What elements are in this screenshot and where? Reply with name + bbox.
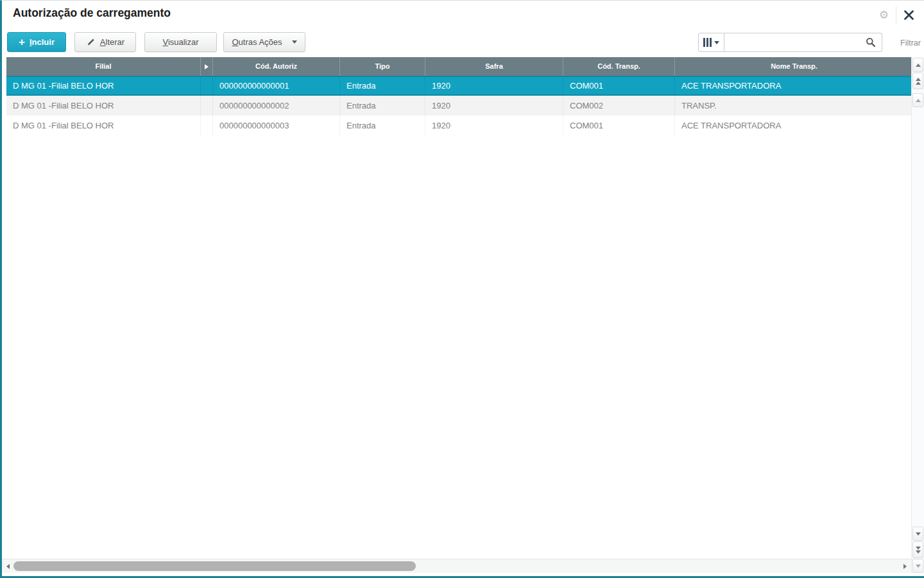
- caret-down-icon: [292, 40, 297, 44]
- scroll-left-button[interactable]: [3, 561, 12, 571]
- scroll-up-button[interactable]: [912, 58, 923, 72]
- column-header-pointer[interactable]: [201, 57, 213, 76]
- outras-acoes-label: Outras Ações: [232, 37, 282, 47]
- grid-body: D MG 01 -Filial BELO HOR000000000000001E…: [6, 76, 913, 136]
- cell-pointer: [201, 116, 213, 136]
- row-pointer-icon: [205, 64, 209, 69]
- horizontal-scroll-thumb[interactable]: [13, 561, 416, 571]
- cell-nome-transp: ACE TRANSPORTADORA: [675, 76, 913, 96]
- cell-filial: D MG 01 -Filial BELO HOR: [6, 76, 201, 96]
- cell-pointer: [201, 76, 213, 96]
- alterar-label: Alterar: [100, 37, 124, 47]
- outras-acoes-button[interactable]: Outras Ações: [223, 32, 305, 52]
- search-box: [724, 33, 882, 52]
- scroll-right-button[interactable]: [900, 561, 909, 571]
- table-row[interactable]: D MG 01 -Filial BELO HOR000000000000001E…: [6, 76, 913, 96]
- cell-cod-autoriz: 000000000000003: [213, 116, 340, 136]
- titlebar-actions: ⚙: [872, 6, 921, 24]
- column-header-nome-transp[interactable]: Nome Transp.: [675, 57, 913, 76]
- right-arrow-icon: [903, 564, 907, 569]
- plus-icon: +: [19, 37, 25, 48]
- table-row[interactable]: D MG 01 -Filial BELO HOR000000000000002E…: [6, 96, 913, 116]
- cell-filial: D MG 01 -Filial BELO HOR: [6, 96, 201, 116]
- filter-link[interactable]: Filtrar: [900, 39, 921, 48]
- cell-cod-transp: COM002: [563, 96, 675, 116]
- grid-header: FilialCód. AutorizTipoSafraCód. Transp.N…: [6, 57, 913, 76]
- column-bars-icon: [703, 38, 712, 47]
- cell-pointer: [201, 96, 213, 116]
- cell-cod-transp: COM001: [563, 76, 675, 96]
- loading-authorization-window: Autorização de carregamento ⚙ + Incluir …: [0, 0, 924, 578]
- cell-cod-transp: COM001: [563, 116, 675, 136]
- column-header-safra[interactable]: Safra: [425, 57, 563, 76]
- cell-safra: 1920: [425, 76, 563, 96]
- cell-tipo: Entrada: [340, 76, 425, 96]
- cell-filial: D MG 01 -Filial BELO HOR: [6, 116, 201, 136]
- toolbar: + Incluir Alterar Visualizar Outras Açõe…: [2, 30, 924, 57]
- double-up-arrow-icon: [916, 78, 921, 81]
- cell-nome-transp: ACE TRANSPORTADORA: [675, 116, 913, 136]
- up-arrow-icon: [916, 64, 921, 67]
- close-button[interactable]: [896, 8, 921, 22]
- magnifier-icon[interactable]: [860, 37, 882, 48]
- column-config-button[interactable]: [698, 33, 724, 52]
- cell-tipo: Entrada: [340, 116, 425, 136]
- incluir-button[interactable]: + Incluir: [7, 32, 66, 52]
- up-arrow-icon: [916, 99, 921, 102]
- scroll-track-up-button[interactable]: [912, 93, 923, 107]
- close-icon: [903, 10, 914, 21]
- horizontal-scrollbar[interactable]: [2, 559, 911, 573]
- down-arrow-icon: [916, 565, 921, 568]
- column-header-cod-transp[interactable]: Cód. Transp.: [563, 57, 675, 76]
- column-header-filial[interactable]: Filial: [6, 57, 201, 76]
- page-title: Autorização de carregamento: [13, 6, 171, 20]
- pencil-icon: [86, 37, 96, 47]
- visualizar-label: Visualizar: [162, 37, 198, 47]
- cell-cod-autoriz: 000000000000002: [213, 96, 340, 116]
- page-up-button[interactable]: [912, 73, 923, 89]
- left-arrow-icon: [6, 564, 10, 569]
- vertical-scrollbar[interactable]: [911, 57, 924, 573]
- cell-safra: 1920: [425, 96, 563, 116]
- cell-tipo: Entrada: [340, 96, 425, 116]
- search-input[interactable]: [724, 34, 860, 51]
- caret-down-icon: [714, 41, 719, 44]
- down-arrow-icon: [916, 532, 921, 536]
- cell-nome-transp: TRANSP.: [675, 96, 913, 116]
- visualizar-button[interactable]: Visualizar: [144, 32, 217, 52]
- cell-safra: 1920: [425, 116, 563, 136]
- column-header-cod-autoriz[interactable]: Cód. Autoriz: [213, 57, 340, 76]
- gear-icon[interactable]: ⚙: [872, 10, 896, 21]
- column-header-tipo[interactable]: Tipo: [340, 57, 425, 76]
- scroll-track-down-button[interactable]: [912, 559, 923, 573]
- table-row[interactable]: D MG 01 -Filial BELO HOR000000000000003E…: [6, 116, 913, 136]
- incluir-label: Incluir: [30, 37, 55, 47]
- alterar-button[interactable]: Alterar: [74, 32, 136, 52]
- page-down-button[interactable]: [912, 541, 923, 558]
- double-down-arrow-icon: [916, 547, 921, 550]
- cell-cod-autoriz: 000000000000001: [213, 76, 340, 96]
- scroll-down-button[interactable]: [912, 527, 923, 541]
- title-bar: Autorização de carregamento ⚙: [2, 1, 924, 30]
